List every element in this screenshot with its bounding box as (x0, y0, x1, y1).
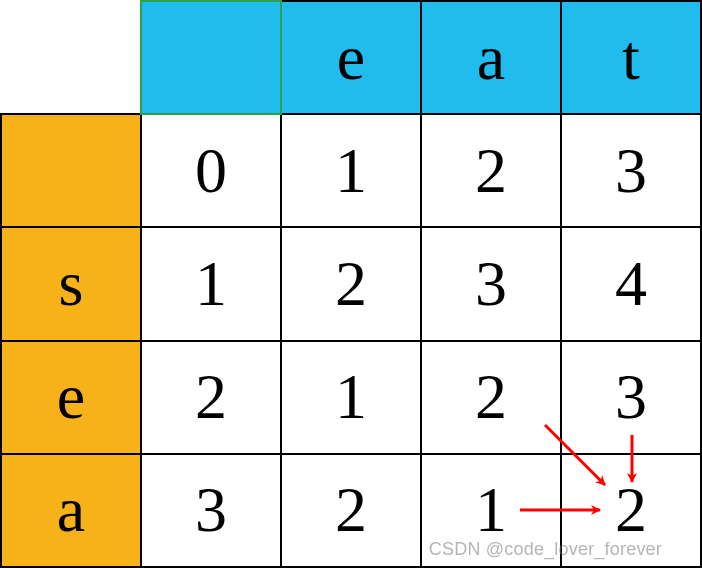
cell: 2 (421, 341, 561, 454)
cell: 2 (281, 227, 421, 340)
row-header-empty (1, 114, 141, 227)
table-row: s 1 2 3 4 (1, 227, 701, 340)
row-header-s: s (1, 227, 141, 340)
header-row: e a t (1, 1, 701, 114)
cell: 3 (561, 114, 701, 227)
cell: 3 (421, 227, 561, 340)
cell: 1 (281, 114, 421, 227)
table-row: 0 1 2 3 (1, 114, 701, 227)
table-row: e 2 1 2 3 (1, 341, 701, 454)
cell: 3 (141, 454, 281, 567)
cell: 0 (141, 114, 281, 227)
watermark: CSDN @code_lover_forever (429, 539, 662, 560)
cell: 1 (281, 341, 421, 454)
col-header-empty (141, 1, 281, 114)
cell: 2 (141, 341, 281, 454)
cell: 3 (561, 341, 701, 454)
cell: 4 (561, 227, 701, 340)
cell: 2 (421, 114, 561, 227)
row-header-a: a (1, 454, 141, 567)
cell: 1 (141, 227, 281, 340)
col-header-a: a (421, 1, 561, 114)
col-header-t: t (561, 1, 701, 114)
cell: 2 (281, 454, 421, 567)
corner-blank (1, 1, 141, 114)
edit-distance-table: e a t 0 1 2 3 s 1 2 3 4 e 2 1 2 3 a 3 2 (0, 0, 702, 568)
col-header-e: e (281, 1, 421, 114)
row-header-e: e (1, 341, 141, 454)
